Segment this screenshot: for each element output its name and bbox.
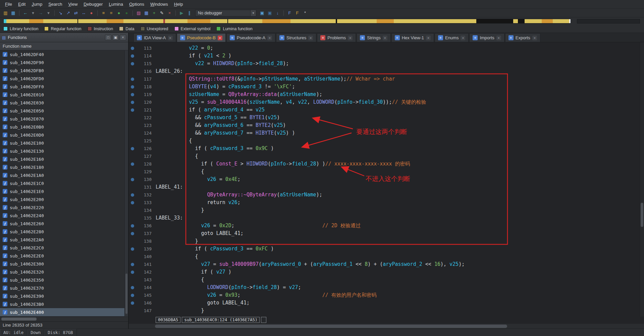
code-line[interactable]: 125 {: [129, 137, 644, 145]
breakpoint-gutter[interactable]: [129, 98, 136, 106]
add-comment-icon[interactable]: +: [151, 9, 158, 16]
code-line[interactable]: 140 {: [129, 253, 644, 260]
breakpoint-dot[interactable]: [131, 247, 134, 251]
breakpoint-dot[interactable]: [131, 101, 134, 104]
breakpoint-gutter[interactable]: [129, 222, 136, 230]
code-line[interactable]: 137 goto LABEL_41;: [129, 230, 644, 237]
breakpoint-gutter[interactable]: [129, 191, 136, 199]
function-row[interactable]: fsub_14062DFD0: [0, 75, 128, 83]
breakpoint-dot[interactable]: [131, 178, 134, 181]
breakpoint-gutter[interactable]: [129, 83, 136, 91]
tab-ida-view-a[interactable]: ≡IDA View-A×: [133, 33, 176, 42]
breakpoint-gutter[interactable]: [129, 260, 136, 268]
breakpoint-dot[interactable]: [131, 193, 134, 197]
tab-hex-view-1[interactable]: ≡Hex View-1×: [391, 33, 434, 42]
function-row[interactable]: fsub_14062E2A0: [0, 236, 128, 244]
menu-jump[interactable]: Jump: [29, 1, 45, 8]
breakpoint-gutter[interactable]: [129, 176, 136, 183]
breakpoint-dot[interactable]: [131, 62, 134, 65]
tab-close-icon[interactable]: ×: [461, 36, 465, 40]
code-line[interactable]: 129 {: [129, 168, 644, 176]
breakpoint-gutter[interactable]: [129, 137, 136, 145]
code-line[interactable]: 113 v22 = 0;: [129, 44, 644, 52]
save-file-icon[interactable]: ▦: [10, 9, 17, 16]
breakpoint-gutter[interactable]: [129, 268, 136, 276]
menu-edit[interactable]: Edit: [15, 1, 29, 8]
code-line[interactable]: 124 && aryPassword_7 == HIBYTE(v25) ): [129, 129, 644, 137]
restore-window-button[interactable]: □: [105, 35, 111, 40]
code-line[interactable]: 131LABEL_41:: [129, 183, 644, 191]
function-row[interactable]: fsub_14062E220: [0, 203, 128, 211]
code-line[interactable]: 136 v26 = 0x2D; // 2D 校验通过: [129, 222, 644, 230]
breakpoint-dot[interactable]: [131, 201, 134, 204]
code-vscrollbar[interactable]: [640, 42, 644, 317]
function-row[interactable]: fsub_14062E320: [0, 268, 128, 276]
breakpoint-dot[interactable]: [131, 108, 134, 112]
tab-close-icon[interactable]: ×: [496, 36, 501, 40]
function-row[interactable]: fsub_14062E400: [0, 308, 128, 316]
function-row[interactable]: fsub_14062E030: [0, 99, 128, 107]
function-row[interactable]: fsub_14062E010: [0, 91, 128, 99]
jump-to-address-icon[interactable]: ↘: [57, 9, 64, 16]
menu-options[interactable]: Options: [126, 1, 147, 8]
breakpoint-dot[interactable]: [131, 224, 134, 228]
breakpoint-gutter[interactable]: [129, 183, 136, 191]
function-row[interactable]: fsub_14062E100: [0, 139, 128, 147]
undefine-icon[interactable]: ×: [166, 9, 173, 16]
pseudocode-view[interactable]: 113 v22 = 0;114 if ( v21 < 2 )115 v22 = …: [129, 42, 644, 317]
close-panel-button[interactable]: ×: [120, 35, 126, 40]
breakpoint-gutter[interactable]: [129, 129, 136, 137]
function-row[interactable]: fsub_14062E130: [0, 147, 128, 155]
code-line[interactable]: 135LABEL_33:: [129, 214, 644, 222]
function-row[interactable]: fsub_14062E200: [0, 195, 128, 203]
function-row[interactable]: fsub_14062E280: [0, 228, 128, 236]
function-row[interactable]: fsub_14062E180: [0, 163, 128, 171]
tab-close-icon[interactable]: ×: [218, 36, 222, 40]
function-row[interactable]: fsub_14062E260: [0, 220, 128, 228]
breakpoint-gutter[interactable]: [129, 299, 136, 307]
breakpoint-gutter[interactable]: [129, 60, 136, 67]
data-definition-icon[interactable]: ≡: [100, 9, 107, 16]
function-row[interactable]: fsub_14062E3B0: [0, 300, 128, 308]
code-line[interactable]: 121 if ( aryPassword_4 == v25: [129, 106, 644, 114]
breakpoint-gutter[interactable]: [129, 291, 136, 299]
function-row[interactable]: fsub_14062E370: [0, 284, 128, 292]
code-line[interactable]: 118 LOBYTE(v4) = cPassword_3 != '\xFC';: [129, 83, 644, 91]
breakpoint-gutter[interactable]: [129, 237, 136, 245]
functions-hscroll-thumb[interactable]: [1, 318, 37, 321]
tab-imports[interactable]: ≡Imports×: [469, 33, 504, 42]
flirt-signatures-icon[interactable]: F: [286, 9, 293, 16]
start-process-icon[interactable]: ▶: [178, 9, 185, 16]
breakpoint-gutter[interactable]: [129, 114, 136, 122]
code-line[interactable]: 123 && aryPassword_6 == BYTE2(v25): [129, 122, 644, 129]
step-into-icon[interactable]: ↓: [274, 9, 281, 16]
navband-right-track[interactable]: [577, 19, 640, 23]
function-row[interactable]: fsub_14062DFB0: [0, 66, 128, 75]
function-row[interactable]: fsub_14062E1E0: [0, 187, 128, 195]
script-command-icon[interactable]: *: [302, 9, 309, 16]
breakpoint-dot[interactable]: [131, 162, 134, 166]
breakpoint-gutter[interactable]: [129, 206, 136, 214]
functions-list[interactable]: fsub_14062DF40fsub_14062DF90fsub_14062DF…: [0, 50, 128, 317]
breakpoint-dot[interactable]: [131, 232, 134, 235]
open-file-icon[interactable]: ▥: [2, 9, 9, 16]
breakpoint-dot[interactable]: [131, 271, 134, 274]
breakpoint-gutter[interactable]: [129, 52, 136, 60]
tab-close-icon[interactable]: ×: [383, 36, 387, 40]
function-row[interactable]: fsub_14062E0B0: [0, 123, 128, 131]
code-line[interactable]: 143 {: [129, 276, 644, 284]
menu-debugger[interactable]: Debugger: [80, 1, 106, 8]
tab-close-icon[interactable]: ×: [426, 36, 431, 40]
tab-pseudocode-a[interactable]: ≡Pseudocode-A×: [226, 33, 275, 42]
menu-help[interactable]: Help: [171, 1, 186, 8]
menu-search[interactable]: Search: [45, 1, 65, 8]
breakpoint-gutter[interactable]: [129, 230, 136, 237]
breakpoint-gutter[interactable]: [129, 75, 136, 83]
menu-lumina[interactable]: Lumina: [106, 1, 126, 8]
breakpoint-gutter[interactable]: [129, 168, 136, 176]
pause-process-icon[interactable]: ∥: [186, 9, 193, 16]
function-row[interactable]: fsub_14062E1A0: [0, 171, 128, 179]
type-libraries-icon[interactable]: F: [294, 9, 301, 16]
column-header-function-name[interactable]: Function name: [0, 42, 128, 50]
breakpoint-dot[interactable]: [131, 93, 134, 96]
